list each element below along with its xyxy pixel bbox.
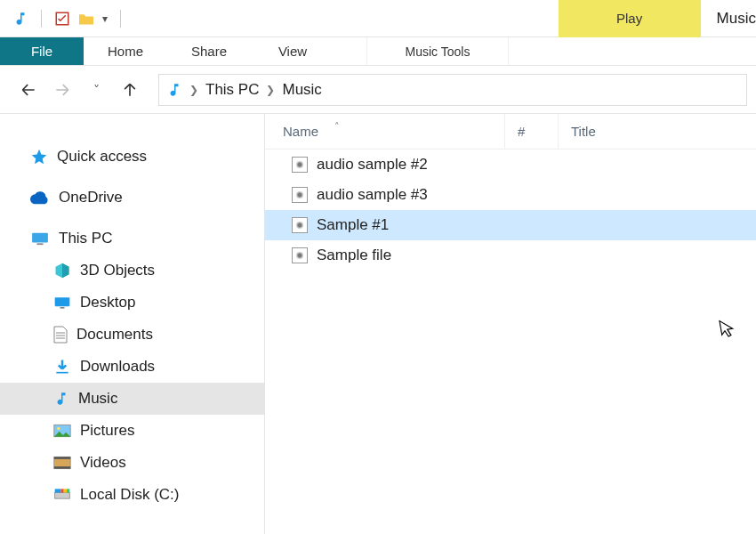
picture-icon	[53, 424, 71, 438]
svg-rect-3	[55, 297, 70, 306]
download-icon	[53, 358, 71, 376]
svg-rect-5	[56, 372, 68, 374]
properties-icon[interactable]	[54, 11, 70, 27]
tab-music-tools[interactable]: Music Tools	[366, 37, 509, 65]
svg-rect-9	[54, 457, 70, 459]
nav-row: ˅ ❯ This PC ❯ Music	[0, 66, 756, 114]
contextual-tab-play: Play	[559, 0, 701, 37]
separator	[41, 10, 42, 28]
tab-label: View	[278, 44, 307, 59]
file-name: Sample file	[317, 247, 391, 264]
tree-label: This PC	[59, 230, 112, 247]
tree-music[interactable]: Music	[0, 383, 264, 415]
file-name: audio sample #2	[317, 156, 428, 174]
tab-label: Home	[108, 44, 143, 59]
desktop-icon	[53, 295, 71, 310]
cube-icon	[53, 262, 71, 279]
separator	[120, 10, 121, 28]
cloud-icon	[30, 190, 50, 205]
tree-local-disk[interactable]: Local Disk (C:)	[0, 479, 264, 511]
audio-file-icon	[292, 157, 308, 173]
column-header-title[interactable]: Title	[559, 114, 756, 149]
ribbon-tabs: File Home Share View Music Tools	[0, 37, 756, 66]
file-row[interactable]: audio sample #2	[265, 150, 756, 180]
audio-file-icon	[292, 217, 308, 233]
tree-onedrive[interactable]: OneDrive	[0, 182, 264, 214]
svg-rect-11	[55, 493, 70, 499]
file-name: audio sample #3	[317, 186, 428, 204]
svg-rect-10	[54, 466, 70, 469]
context-tab-label: Play	[616, 11, 642, 26]
breadcrumb-segment-music[interactable]: Music	[282, 81, 321, 99]
sort-asc-icon: ˄	[334, 121, 340, 133]
tree-pictures[interactable]: Pictures	[0, 415, 264, 447]
forward-button[interactable]	[50, 77, 75, 102]
tree-label: Pictures	[80, 422, 134, 440]
recent-locations-button[interactable]: ˅	[84, 77, 109, 102]
music-note-icon	[12, 11, 28, 27]
svg-rect-14	[64, 489, 67, 492]
tree-label: Documents	[76, 326, 153, 344]
new-folder-icon[interactable]	[77, 12, 95, 26]
svg-rect-12	[55, 489, 61, 492]
svg-rect-15	[67, 489, 69, 492]
column-header-name[interactable]: Name ˄	[265, 114, 505, 149]
tab-view[interactable]: View	[251, 37, 334, 65]
chevron-right-icon[interactable]: ❯	[189, 84, 198, 96]
navigation-pane: Quick access OneDrive This PC 3D Objects	[0, 114, 265, 534]
file-name: Sample #1	[317, 216, 389, 234]
tree-label: Local Disk (C:)	[80, 486, 179, 504]
breadcrumb-label: Music	[282, 81, 321, 99]
column-header-number[interactable]: #	[505, 114, 559, 149]
tree-label: Downloads	[80, 358, 155, 376]
breadcrumb-segment-this-pc[interactable]: This PC	[205, 81, 259, 99]
file-tab-label: File	[31, 44, 52, 59]
file-row[interactable]: audio sample #3	[265, 180, 756, 210]
up-button[interactable]	[117, 77, 142, 102]
column-label: Title	[571, 124, 596, 139]
file-tab[interactable]: File	[0, 37, 84, 65]
title-bar: ▾ Play Music	[0, 0, 756, 37]
star-icon	[30, 148, 48, 166]
main-area: Quick access OneDrive This PC 3D Objects	[0, 114, 756, 534]
chevron-right-icon[interactable]: ❯	[266, 84, 275, 96]
audio-file-icon	[292, 247, 308, 263]
tree-quick-access[interactable]: Quick access	[0, 141, 264, 173]
drive-icon	[53, 488, 71, 502]
file-row[interactable]: Sample file	[265, 240, 756, 271]
tree-this-pc[interactable]: This PC	[0, 222, 264, 255]
tree-desktop[interactable]: Desktop	[0, 287, 264, 319]
audio-file-icon	[292, 187, 308, 203]
tab-label: Share	[191, 44, 227, 59]
address-bar[interactable]: ❯ This PC ❯ Music	[158, 74, 747, 106]
svg-rect-2	[36, 243, 43, 245]
column-label: Name	[283, 124, 318, 139]
tree-downloads[interactable]: Downloads	[0, 351, 264, 383]
tree-label: Music	[78, 390, 117, 408]
svg-rect-4	[60, 307, 65, 309]
content-pane: Name ˄ # Title audio sample #2audio samp…	[265, 114, 756, 534]
tree-videos[interactable]: Videos	[0, 447, 264, 479]
breadcrumb-label: This PC	[205, 81, 259, 99]
column-label: #	[518, 124, 525, 139]
document-icon	[53, 326, 68, 344]
music-note-icon	[166, 82, 182, 98]
quick-access-toolbar: ▾	[0, 10, 126, 28]
pc-icon	[30, 231, 50, 246]
chevron-down-icon[interactable]: ▾	[102, 12, 108, 25]
svg-rect-13	[60, 489, 63, 492]
file-list: audio sample #2audio sample #3Sample #1S…	[265, 150, 756, 271]
svg-point-7	[57, 427, 60, 430]
svg-rect-1	[32, 233, 48, 243]
tree-documents[interactable]: Documents	[0, 319, 264, 351]
tree-label: OneDrive	[59, 189, 123, 206]
tab-home[interactable]: Home	[84, 37, 167, 65]
window-title: Music	[717, 10, 756, 28]
back-button[interactable]	[16, 77, 41, 102]
tab-share[interactable]: Share	[167, 37, 251, 65]
tab-label: Music Tools	[406, 44, 470, 59]
video-icon	[53, 456, 71, 470]
tree-3d-objects[interactable]: 3D Objects	[0, 255, 264, 287]
tree-label: Videos	[80, 454, 126, 472]
file-row[interactable]: Sample #1	[265, 210, 756, 240]
